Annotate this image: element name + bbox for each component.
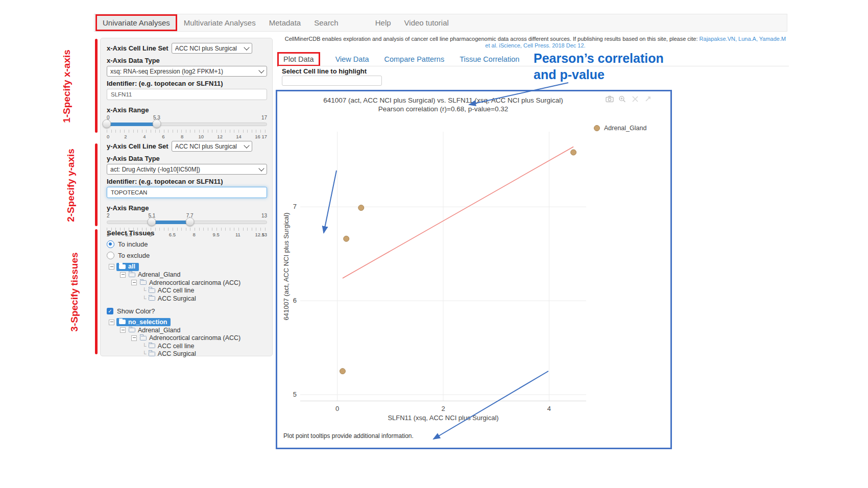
slider-scale-number: 10 bbox=[198, 134, 204, 139]
slider-handle[interactable] bbox=[148, 217, 156, 226]
tree-collapse-icon[interactable] bbox=[109, 320, 114, 325]
y-identifier-input[interactable] bbox=[107, 187, 267, 198]
data-point[interactable] bbox=[571, 150, 576, 155]
tree-node-adrenocortical-carcinoma-acc-[interactable]: Adrenocortical carcinoma (ACC) bbox=[107, 279, 267, 287]
tree-node-label: Adrenocortical carcinoma (ACC) bbox=[149, 334, 240, 341]
tree-node-label: ACC cell line bbox=[158, 343, 195, 350]
citation-link-authors[interactable]: Rajapakse.VN, Luna.A, Yamade.M bbox=[700, 36, 786, 42]
slider-handle[interactable] bbox=[185, 217, 194, 226]
tree-node-label: Adrenal_Gland bbox=[138, 327, 180, 334]
tree-node-adrenal-gland[interactable]: Adrenal_Gland bbox=[107, 271, 267, 279]
scatter-plot[interactable] bbox=[300, 132, 586, 401]
tab-compare-patterns[interactable]: Compare Patterns bbox=[384, 55, 444, 63]
tab-tissue-correlation[interactable]: Tissue Correlation bbox=[460, 55, 519, 63]
data-point[interactable] bbox=[344, 236, 349, 241]
x-tick-label: 2 bbox=[441, 405, 445, 412]
nav-item-metadata[interactable]: Metadata bbox=[262, 14, 308, 31]
y-data-type-select[interactable]: act: Drug Activity (-log10[IC50M]) bbox=[107, 164, 267, 175]
y-cell-line-set-select[interactable]: ACC NCI plus Surgical bbox=[172, 141, 252, 152]
tissue-include-tree: allAdrenal_GlandAdrenocortical carcinoma… bbox=[107, 263, 267, 303]
folder-icon bbox=[119, 264, 126, 269]
x-cell-line-set-value: ACC NCI plus Surgical bbox=[175, 45, 237, 52]
step1-label: 1-Specify x-axis bbox=[61, 35, 73, 137]
slider-scale-number: 8 bbox=[181, 134, 183, 139]
x-cell-line-set-select[interactable]: ACC NCI plus Surgical bbox=[172, 43, 252, 54]
x-range-slider[interactable]: 1705.3024681012141617 bbox=[107, 115, 267, 139]
folder-icon bbox=[129, 328, 135, 332]
autoscale-icon[interactable] bbox=[644, 95, 652, 103]
radio-exclude-label: To exclude bbox=[118, 252, 150, 259]
data-point[interactable] bbox=[358, 205, 364, 211]
radio-to-exclude[interactable]: To exclude bbox=[107, 252, 267, 259]
folder-icon bbox=[149, 296, 155, 301]
tree-corner-icon: └ bbox=[142, 351, 147, 357]
checkbox-checked-icon: ✓ bbox=[107, 308, 113, 314]
slider-handle[interactable] bbox=[103, 119, 111, 128]
radio-off-icon bbox=[107, 252, 114, 259]
slider-scale-number: 14 bbox=[236, 134, 242, 139]
tab-view-data[interactable]: View Data bbox=[335, 55, 369, 63]
data-point[interactable] bbox=[340, 369, 345, 374]
radio-to-include[interactable]: To include bbox=[107, 240, 267, 248]
annotation-pearson: Pearson’s correlation and p-value bbox=[534, 50, 664, 83]
radio-on-icon bbox=[107, 240, 114, 248]
tree-node-acc-surgical[interactable]: └ACC Surgical bbox=[107, 295, 267, 303]
slider-active-bar bbox=[107, 123, 157, 126]
tree-collapse-icon[interactable] bbox=[131, 280, 137, 285]
x-identifier-label: Identifier: (e.g. topotecan or SLFN11) bbox=[107, 80, 267, 87]
tree-collapse-icon[interactable] bbox=[131, 335, 137, 341]
tree-node-adrenocortical-carcinoma-acc-[interactable]: Adrenocortical carcinoma (ACC) bbox=[107, 334, 267, 343]
tree-node-label: no_selection bbox=[128, 319, 167, 326]
x-data-type-select[interactable]: xsq: RNA-seq Expression (log2 FPKM+1) bbox=[107, 66, 267, 77]
plotly-modebar bbox=[606, 95, 652, 103]
tree-collapse-icon[interactable] bbox=[120, 327, 126, 333]
tree-node-no-selection[interactable]: no_selection bbox=[107, 319, 267, 327]
tissues-section: Select Tissues To include To exclude all… bbox=[107, 229, 267, 358]
highlight-cell-line-input[interactable] bbox=[282, 76, 382, 86]
slider-ruler bbox=[107, 130, 267, 133]
tree-collapse-icon[interactable] bbox=[109, 264, 114, 270]
slider-max-label: 17 bbox=[261, 115, 267, 120]
slider-min-label: 2 bbox=[107, 213, 110, 218]
slider-active-bar bbox=[152, 221, 189, 224]
sidebar-panel: x-Axis Cell Line Set ACC NCI plus Surgic… bbox=[100, 38, 273, 356]
plot-legend[interactable]: Adrenal_Gland bbox=[594, 125, 646, 132]
y-cell-line-set-label: y-Axis Cell Line Set bbox=[107, 142, 168, 150]
step2-bracket bbox=[95, 143, 98, 226]
tree-node-acc-surgical[interactable]: └ACC Surgical bbox=[107, 350, 267, 358]
nav-item-univariate-analyses[interactable]: Univariate Analyses bbox=[95, 14, 177, 31]
tree-node-adrenal-gland[interactable]: Adrenal_Gland bbox=[107, 326, 267, 334]
nav-item-video-tutorial[interactable]: Video tutorial bbox=[398, 14, 455, 31]
nav-item-search[interactable]: Search bbox=[307, 14, 345, 31]
tree-node-all[interactable]: all bbox=[107, 263, 267, 271]
x-tick-label: 4 bbox=[547, 405, 551, 412]
tab-plot-data[interactable]: Plot Data bbox=[277, 52, 320, 66]
tabset: Plot DataView DataCompare PatternsTissue… bbox=[282, 52, 535, 66]
nav-item-help[interactable]: Help bbox=[369, 14, 398, 31]
camera-icon[interactable] bbox=[606, 95, 614, 103]
slider-scale-number: 12 bbox=[217, 134, 223, 139]
tree-node-acc-cell-line[interactable]: └ACC cell line bbox=[107, 342, 267, 350]
plot-subtitle: Pearson correlation (r)=0.68, p-value=0.… bbox=[300, 105, 586, 113]
tree-corner-icon: └ bbox=[142, 287, 147, 294]
slider-handle[interactable] bbox=[152, 119, 161, 128]
show-color-label: Show Color? bbox=[117, 307, 155, 315]
zoom-icon[interactable] bbox=[618, 95, 626, 103]
slider-scale-number: 6 bbox=[162, 134, 164, 139]
chevron-down-icon bbox=[244, 142, 249, 148]
radio-include-label: To include bbox=[118, 240, 148, 248]
tree-node-label: ACC Surgical bbox=[158, 295, 196, 302]
folder-icon bbox=[129, 273, 135, 277]
x-identifier-input[interactable] bbox=[107, 89, 267, 100]
pan-cross-icon[interactable] bbox=[631, 95, 639, 103]
citation-link-journal[interactable]: et al. iScience, Cell Press. 2018 Dec 12… bbox=[485, 42, 585, 48]
nav-item-multivariate-analyses[interactable]: Multivariate Analyses bbox=[177, 14, 262, 31]
tree-node-label: ACC Surgical bbox=[158, 350, 196, 357]
regression-line bbox=[343, 147, 573, 278]
x-axis-section: x-Axis Cell Line Set ACC NCI plus Surgic… bbox=[107, 43, 267, 139]
y-tick-label: 5 bbox=[283, 391, 297, 398]
tree-node-acc-cell-line[interactable]: └ACC cell line bbox=[107, 287, 267, 295]
tree-collapse-icon[interactable] bbox=[120, 272, 126, 278]
show-color-checkbox[interactable]: ✓ Show Color? bbox=[107, 307, 267, 315]
y-tick-label: 7 bbox=[283, 203, 297, 210]
